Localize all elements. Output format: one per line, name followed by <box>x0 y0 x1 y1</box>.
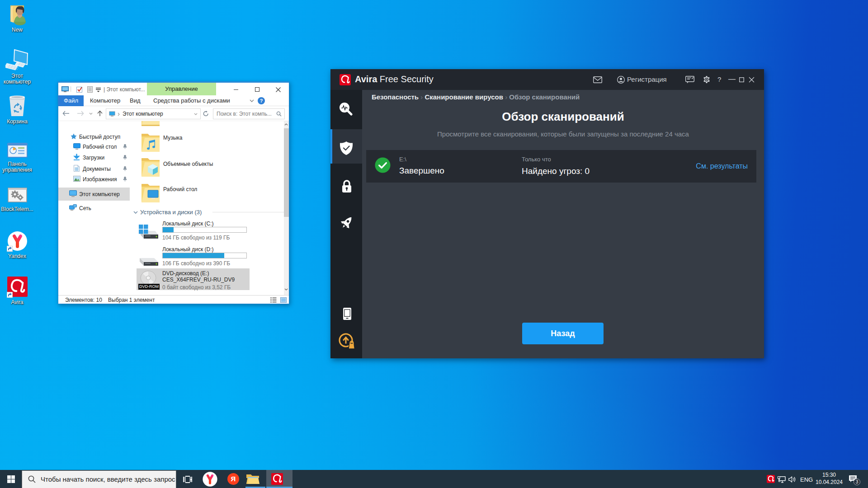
svg-text:?: ? <box>260 98 263 103</box>
